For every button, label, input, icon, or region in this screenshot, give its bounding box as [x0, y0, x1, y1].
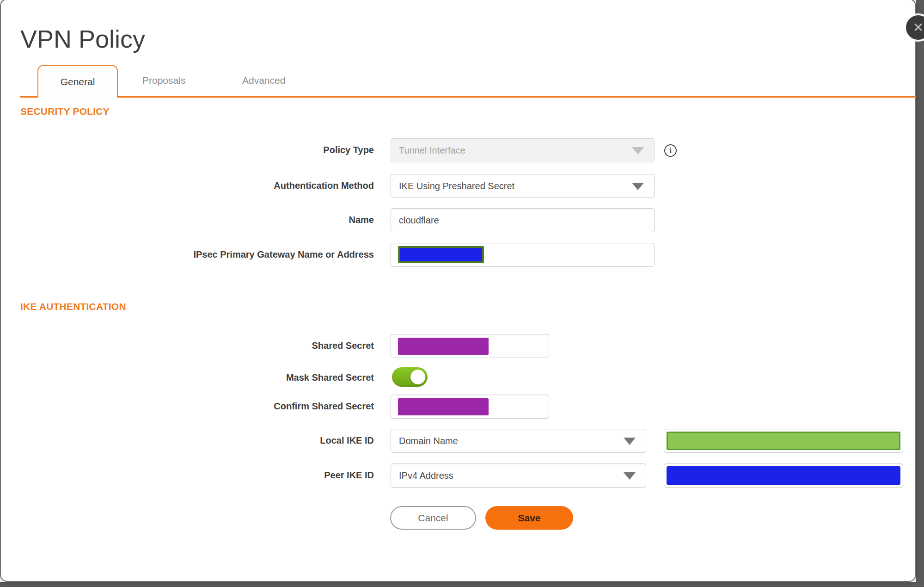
toggle-knob — [410, 370, 425, 384]
chevron-down-icon — [632, 147, 644, 154]
vpn-policy-dialog: VPN Policy General Proposals Advanced SE… — [0, 0, 916, 582]
shared-secret-input[interactable] — [391, 334, 549, 358]
page-edge-band-bottom — [0, 582, 924, 587]
tab-advanced[interactable]: Advanced — [242, 75, 285, 86]
info-icon-glyph: i — [669, 146, 672, 155]
auth-method-label: Authentication Method — [103, 180, 374, 191]
tab-general-label: General — [61, 76, 95, 87]
confirm-shared-secret-label: Confirm Shared Secret — [103, 401, 374, 412]
section-heading-ike-authentication: IKE AUTHENTICATION — [20, 301, 126, 312]
mask-shared-secret-toggle[interactable] — [392, 367, 428, 387]
peer-ike-id-type-select[interactable]: IPv4 Address — [391, 463, 646, 488]
save-button-label: Save — [518, 513, 540, 524]
tab-advanced-label: Advanced — [242, 75, 285, 86]
local-ike-id-redacted-value — [667, 432, 900, 450]
name-input[interactable]: cloudflare — [391, 208, 655, 232]
info-icon[interactable]: i — [664, 144, 677, 157]
page-edge-band-right — [916, 0, 924, 587]
local-ike-id-type-select[interactable]: Domain Name — [391, 429, 646, 453]
policy-type-value: Tunnel Interface — [399, 145, 465, 156]
policy-type-select: Tunnel Interface — [391, 138, 655, 162]
local-ike-id-type-value: Domain Name — [399, 436, 458, 446]
shared-secret-label: Shared Secret — [103, 340, 374, 351]
close-icon: ✕ — [913, 21, 924, 34]
cancel-button-label: Cancel — [418, 513, 448, 524]
tab-underline — [20, 96, 916, 98]
chevron-down-icon — [624, 472, 636, 480]
peer-ike-id-label: Peer IKE ID — [103, 470, 374, 481]
peer-ike-id-type-value: IPv4 Address — [399, 470, 453, 481]
local-ike-id-label: Local IKE ID — [103, 435, 374, 446]
cancel-button[interactable]: Cancel — [390, 506, 476, 530]
auth-method-value: IKE Using Preshared Secret — [399, 181, 514, 192]
name-label: Name — [103, 215, 374, 225]
name-input-value: cloudflare — [399, 215, 439, 226]
mask-shared-secret-label: Mask Shared Secret — [103, 372, 374, 383]
confirm-shared-secret-input[interactable] — [391, 395, 549, 419]
tab-proposals[interactable]: Proposals — [142, 75, 185, 86]
policy-type-label: Policy Type — [103, 145, 374, 155]
tab-general[interactable]: General — [37, 65, 118, 98]
shared-secret-redacted-value — [398, 338, 489, 355]
peer-ike-id-value-input[interactable] — [664, 463, 903, 488]
confirm-shared-secret-redacted-value — [398, 398, 489, 415]
auth-method-select[interactable]: IKE Using Preshared Secret — [391, 174, 655, 198]
chevron-down-icon — [632, 183, 644, 190]
gateway-label: IPsec Primary Gateway Name or Address — [103, 249, 374, 260]
local-ike-id-value-input[interactable] — [664, 429, 903, 453]
save-button[interactable]: Save — [485, 506, 573, 530]
chevron-down-icon — [624, 438, 636, 445]
gateway-redacted-value — [398, 246, 484, 263]
gateway-input[interactable] — [391, 243, 655, 267]
tab-proposals-label: Proposals — [142, 75, 185, 86]
peer-ike-id-redacted-value — [667, 466, 900, 485]
dialog-title: VPN Policy — [20, 25, 145, 53]
section-heading-security-policy: SECURITY POLICY — [20, 106, 110, 117]
